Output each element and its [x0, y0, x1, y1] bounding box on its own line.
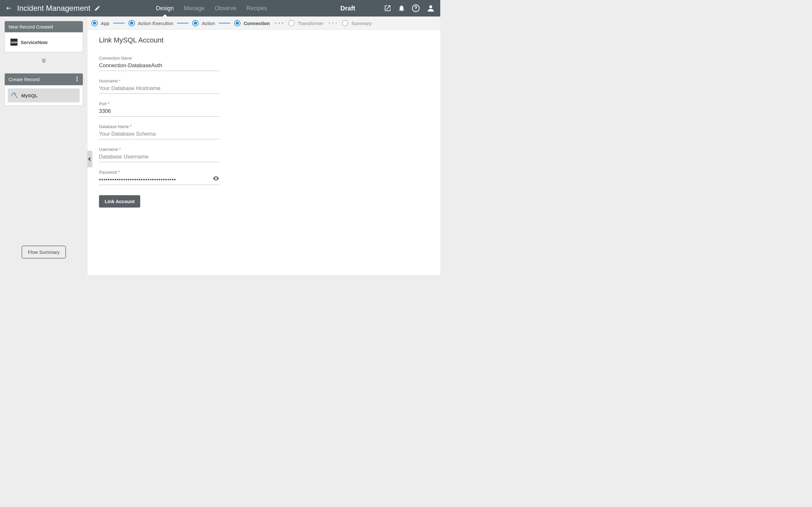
radio-filled-icon: [234, 20, 241, 26]
radio-empty-icon: [342, 20, 348, 26]
username-input[interactable]: [99, 153, 219, 162]
mysql-icon: [10, 92, 18, 99]
port-input[interactable]: [99, 107, 219, 117]
back-button[interactable]: [5, 4, 13, 12]
svg-point-2: [415, 10, 416, 10]
step-action-execution[interactable]: Action Execution: [129, 20, 173, 26]
step-connector: [219, 23, 230, 23]
trigger-app-item[interactable]: now ServiceNow: [8, 36, 80, 49]
database-name-field-wrapper: Database Name *: [99, 124, 219, 139]
svg-point-8: [215, 178, 217, 179]
trigger-app-label: ServiceNow: [20, 40, 48, 45]
radio-filled-icon: [129, 20, 135, 26]
collapse-sidebar-button[interactable]: [87, 151, 92, 167]
radio-empty-icon: [288, 20, 295, 26]
hostname-input[interactable]: [99, 84, 219, 94]
step-connector: [177, 23, 189, 23]
step-dots: [275, 22, 283, 24]
open-external-button[interactable]: [384, 4, 392, 12]
action-app-label: MySQL: [21, 93, 38, 98]
step-transformer[interactable]: Transformer: [288, 20, 323, 26]
step-label: App: [101, 20, 109, 26]
radio-filled-icon: [91, 20, 98, 26]
pencil-icon: [94, 5, 101, 11]
step-label: Action Execution: [138, 20, 173, 26]
bell-icon: [398, 4, 405, 12]
username-field-wrapper: Username *: [99, 147, 219, 162]
step-summary[interactable]: Summary: [342, 20, 372, 26]
trigger-card[interactable]: New Record Created now ServiceNow: [4, 21, 83, 52]
action-app-item[interactable]: MySQL: [8, 89, 80, 102]
password-label: Password *: [99, 170, 219, 175]
step-connection[interactable]: Connection: [234, 20, 270, 26]
database-name-label: Database Name *: [99, 124, 219, 129]
radio-filled-icon: [192, 20, 199, 26]
trigger-card-header: New Record Created: [5, 21, 83, 32]
link-account-button[interactable]: Link Account: [99, 195, 140, 208]
arrow-left-icon: [6, 5, 12, 11]
step-label: Summary: [351, 20, 372, 26]
tab-manage[interactable]: Manage: [184, 0, 205, 16]
toggle-password-visibility-button[interactable]: [212, 175, 219, 183]
step-dots: [328, 22, 337, 24]
app-title: Incident Management: [17, 4, 90, 13]
edit-title-button[interactable]: [94, 5, 101, 11]
user-icon: [426, 4, 435, 13]
step-app[interactable]: App: [91, 20, 109, 26]
connection-name-input[interactable]: [99, 61, 219, 71]
trigger-card-title: New Record Created: [9, 24, 53, 30]
help-icon: [412, 4, 420, 12]
step-connector: [113, 23, 125, 23]
flow-arrow: [4, 57, 83, 65]
double-chevron-down-icon: [41, 57, 47, 64]
action-card-menu-button[interactable]: [75, 76, 79, 82]
password-input[interactable]: [99, 175, 219, 185]
profile-button[interactable]: [426, 4, 435, 13]
kebab-icon: [77, 76, 78, 81]
topbar: Incident Management Design Manage Observ…: [0, 0, 440, 16]
tab-observe[interactable]: Observe: [215, 0, 236, 16]
svg-point-6: [77, 80, 78, 81]
servicenow-icon: now: [10, 39, 17, 46]
notifications-button[interactable]: [398, 4, 405, 12]
hostname-label: Hostname *: [99, 78, 219, 83]
main-panel: App Action Execution Action Connection: [88, 16, 440, 275]
svg-point-7: [14, 93, 14, 94]
open-external-icon: [384, 4, 392, 12]
form-title: Link MySQL Account: [99, 36, 429, 44]
connection-name-label: Connection Name: [99, 56, 219, 60]
sidebar: New Record Created now ServiceNow Create…: [0, 16, 88, 275]
step-label: Transformer: [298, 20, 323, 26]
port-field-wrapper: Port *: [99, 101, 219, 117]
port-label: Port *: [99, 101, 219, 106]
password-field-wrapper: Password *: [99, 170, 219, 185]
step-label: Connection: [244, 20, 270, 26]
flow-summary-button[interactable]: Flow Summary: [21, 245, 66, 259]
action-card-header: Create Record: [5, 73, 83, 85]
form-area: Link MySQL Account Connection Name Hostn…: [88, 30, 440, 214]
help-button[interactable]: [412, 4, 420, 12]
tab-design[interactable]: Design: [156, 0, 174, 16]
status-draft: Draft: [340, 5, 355, 12]
action-card-title: Create Record: [9, 77, 40, 82]
username-label: Username *: [99, 147, 219, 152]
svg-point-4: [77, 76, 78, 78]
database-name-input[interactable]: [99, 130, 219, 139]
hostname-field-wrapper: Hostname *: [99, 78, 219, 94]
step-label: Action: [202, 20, 215, 26]
svg-point-3: [429, 5, 432, 8]
tab-recipes[interactable]: Recipes: [247, 0, 267, 16]
chevron-left-icon: [88, 157, 91, 161]
connection-name-field-wrapper: Connection Name: [99, 56, 219, 71]
eye-icon: [212, 175, 219, 182]
nav-tabs: Design Manage Observe Recipes: [156, 0, 267, 16]
step-action[interactable]: Action: [192, 20, 215, 26]
step-bar: App Action Execution Action Connection: [88, 16, 440, 30]
svg-point-5: [77, 78, 78, 79]
action-card[interactable]: Create Record MySQL: [4, 73, 83, 106]
